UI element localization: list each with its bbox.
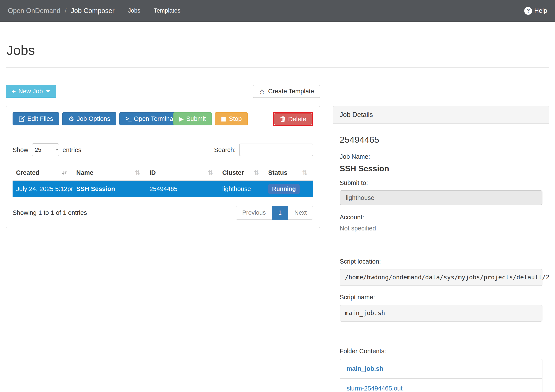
breadcrumb-separator: /	[65, 7, 66, 14]
star-icon: ☆	[259, 88, 265, 95]
gear-icon: ⚙	[68, 116, 74, 122]
job-details-title: Job Details	[333, 106, 549, 124]
account-value: Not specified	[340, 225, 542, 232]
submit-to-label: Submit to:	[340, 179, 542, 187]
folder-contents-list: main_job.sh slurm-25494465.out	[340, 359, 542, 392]
submit-button[interactable]: ▶ Submit	[173, 112, 212, 125]
job-options-label: Job Options	[77, 115, 110, 122]
play-icon: ▶	[179, 116, 184, 122]
column-header-status[interactable]: Status ⇅	[265, 169, 313, 176]
cell-status: Running	[265, 184, 313, 194]
pagination-next[interactable]: Next	[288, 206, 313, 220]
help-link[interactable]: ? Help	[524, 7, 547, 15]
job-details-panel: Job Details 25494465 Job Name: SSH Sessi…	[333, 106, 549, 392]
table-footer: Showing 1 to 1 of 1 entries Previous 1 N…	[13, 206, 313, 220]
script-location-label: Script location:	[340, 258, 542, 265]
pagination-previous[interactable]: Previous	[236, 206, 272, 220]
plus-icon: +	[12, 88, 16, 95]
jobs-table: Created Name ⇅	[13, 169, 313, 197]
sort-icon: ⇅	[135, 169, 140, 176]
actions-row: + New Job ☆ Create Template	[6, 85, 320, 98]
app-title-link[interactable]: Job Composer	[71, 7, 115, 15]
nav-link-templates[interactable]: Templates	[154, 7, 181, 14]
detail-job-name: SSH Session	[340, 164, 542, 173]
help-icon: ?	[524, 7, 532, 15]
delete-highlight-box: Delete	[273, 112, 313, 126]
sort-icon: ⇅	[302, 169, 308, 176]
entries-label: entries	[63, 146, 81, 153]
sort-icon: ⇅	[208, 169, 213, 176]
column-header-created[interactable]: Created	[13, 169, 73, 176]
edit-icon	[19, 116, 25, 122]
submit-to-field: lighthouse	[340, 190, 542, 205]
detail-job-id: 25494465	[340, 135, 542, 145]
job-toolbar: Edit Files ⚙ Job Options >_ Open Termina…	[13, 112, 313, 126]
search-input[interactable]	[239, 144, 313, 156]
sort-icon: ⇅	[254, 169, 259, 176]
column-header-cluster[interactable]: Cluster ⇅	[219, 169, 265, 176]
page-length-select[interactable]: 25	[32, 143, 59, 156]
brand-link[interactable]: Open OnDemand	[8, 7, 60, 15]
cell-created: July 24, 2025 5:12pm	[13, 185, 73, 193]
stop-label: Stop	[229, 115, 242, 122]
stop-button[interactable]: ■ Stop	[215, 112, 248, 125]
caret-down-icon	[46, 90, 50, 93]
table-header-row: Created Name ⇅	[13, 169, 313, 181]
terminal-icon: >_	[125, 116, 131, 122]
script-name-field: main_job.sh	[340, 305, 542, 322]
new-job-button[interactable]: + New Job	[6, 85, 56, 98]
nav-link-jobs[interactable]: Jobs	[128, 7, 140, 14]
sort-desc-icon	[62, 170, 67, 176]
column-header-id[interactable]: ID ⇅	[146, 169, 219, 176]
job-options-button[interactable]: ⚙ Job Options	[62, 112, 116, 125]
page-title: Jobs	[7, 43, 549, 58]
pagination: Previous 1 Next	[236, 206, 313, 220]
column-header-name[interactable]: Name ⇅	[73, 169, 146, 176]
trash-icon	[280, 116, 285, 122]
script-name-label: Script name:	[340, 294, 542, 301]
cell-id: 25494465	[146, 185, 219, 193]
help-label: Help	[534, 7, 547, 14]
table-row[interactable]: July 24, 2025 5:12pm SSH Session 2549446…	[13, 181, 313, 197]
folder-file-link[interactable]: slurm-25494465.out	[340, 378, 542, 392]
edit-files-label: Edit Files	[27, 115, 53, 122]
folder-contents-label: Folder Contents:	[340, 348, 542, 355]
create-template-button[interactable]: ☆ Create Template	[253, 85, 320, 98]
edit-files-button[interactable]: Edit Files	[13, 112, 59, 125]
create-template-label: Create Template	[268, 88, 314, 95]
top-navbar: Open OnDemand / Job Composer Jobs Templa…	[0, 0, 555, 22]
open-terminal-label: Open Terminal	[134, 115, 175, 122]
submit-label: Submit	[186, 115, 206, 122]
new-job-label: New Job	[18, 88, 43, 95]
title-divider	[6, 67, 549, 68]
table-summary: Showing 1 to 1 of 1 entries	[13, 209, 87, 216]
pagination-page-1[interactable]: 1	[272, 206, 288, 220]
jobs-list-panel: Edit Files ⚙ Job Options >_ Open Termina…	[6, 106, 320, 228]
table-controls: Show 25 entries Search:	[13, 143, 313, 156]
account-label: Account:	[340, 214, 542, 221]
show-label: Show	[13, 146, 28, 153]
open-terminal-button[interactable]: >_ Open Terminal	[119, 112, 181, 125]
spacer	[340, 322, 542, 341]
folder-file-link[interactable]: main_job.sh	[340, 359, 542, 378]
stop-icon: ■	[221, 116, 226, 122]
search-label: Search:	[214, 146, 236, 153]
cell-name: SSH Session	[73, 185, 146, 193]
delete-button[interactable]: Delete	[274, 114, 312, 125]
spacer	[340, 232, 542, 252]
cell-cluster: lighthouse	[219, 185, 265, 193]
job-name-label: Job Name:	[340, 153, 542, 160]
script-location-field: /home/hwdong/ondemand/data/sys/myjobs/pr…	[340, 269, 542, 286]
status-badge: Running	[268, 184, 299, 194]
